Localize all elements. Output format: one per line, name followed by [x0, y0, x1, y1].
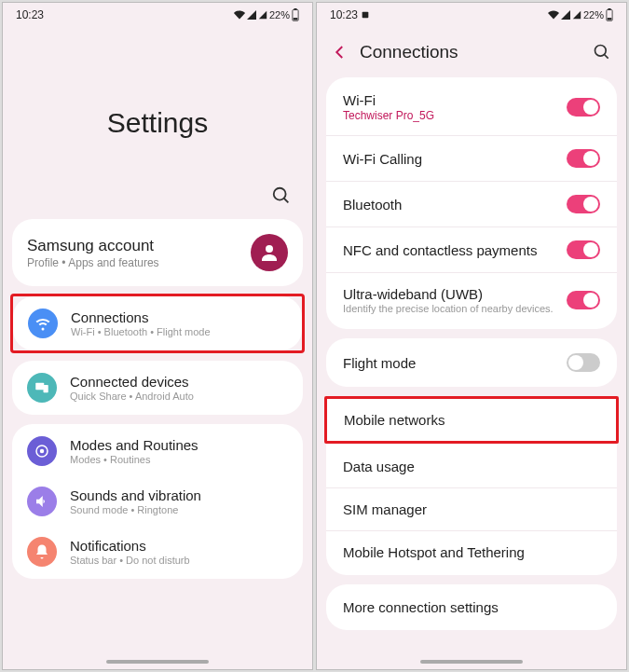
status-bar: 10:23 22% [3, 3, 312, 25]
devices-icon [27, 373, 57, 403]
uwb-sub: Identify the precise location of nearby … [343, 303, 554, 314]
bluetooth-toggle[interactable] [567, 195, 600, 213]
connections-screen: 10:23 22% Connections Wi-Fi Techwiser Pr… [316, 2, 627, 670]
header-title: Connections [360, 42, 581, 62]
uwb-title: Ultra-wideband (UWB) [343, 286, 554, 302]
svg-rect-2 [294, 18, 298, 20]
nfc-toggle[interactable] [567, 240, 600, 259]
flight-toggle[interactable] [567, 353, 600, 372]
account-title: Samsung account [27, 237, 159, 255]
mobile-networks-highlight: Mobile networks [324, 396, 619, 444]
search-icon[interactable] [271, 185, 292, 206]
connected-title: Connected devices [70, 374, 194, 390]
hotspot-title: Mobile Hotspot and Tethering [343, 544, 525, 560]
battery-text: 22% [583, 9, 604, 21]
connections-row[interactable]: Connections Wi-Fi • Bluetooth • Flight m… [13, 298, 302, 349]
flight-title: Flight mode [343, 355, 416, 371]
signal-icons [234, 9, 267, 21]
svg-rect-1 [294, 8, 296, 10]
sim-title: SIM manager [343, 501, 427, 517]
wifi-calling-title: Wi-Fi Calling [343, 151, 422, 167]
more-settings-row[interactable]: More connection settings [326, 586, 617, 628]
uwb-toggle[interactable] [567, 291, 600, 309]
svg-line-15 [605, 55, 608, 59]
svg-point-5 [266, 245, 273, 253]
wifi-calling-toggle[interactable] [567, 149, 600, 168]
nfc-row[interactable]: NFC and contactless payments [326, 226, 617, 272]
hotspot-row[interactable]: Mobile Hotspot and Tethering [326, 530, 617, 573]
back-icon[interactable] [332, 44, 349, 61]
connections-highlight: Connections Wi-Fi • Bluetooth • Flight m… [10, 294, 305, 353]
data-title: Data usage [343, 459, 415, 474]
notif-title: Notifications [70, 538, 190, 554]
wifi-toggle[interactable] [567, 98, 600, 117]
notifications-icon [27, 537, 57, 567]
connected-sub: Quick Share • Android Auto [70, 391, 194, 402]
svg-rect-7 [44, 385, 48, 392]
notifications-row[interactable]: Notifications Status bar • Do not distur… [12, 527, 303, 577]
data-usage-row[interactable]: Data usage [326, 446, 617, 487]
settings-screen: 10:23 22% Settings Samsung account Profi… [2, 2, 313, 670]
avatar-icon[interactable] [251, 234, 288, 271]
mobile-networks-row[interactable]: Mobile networks [327, 399, 616, 441]
modes-title: Modes and Routines [70, 437, 198, 453]
nfc-title: NFC and contactless payments [343, 242, 537, 258]
svg-point-9 [40, 449, 45, 454]
battery-text: 22% [269, 9, 290, 21]
home-indicator[interactable] [420, 660, 523, 664]
status-right: 22% [548, 8, 613, 21]
flight-mode-row[interactable]: Flight mode [326, 340, 617, 385]
svg-point-3 [274, 188, 286, 200]
search-icon[interactable] [593, 43, 611, 62]
sim-manager-row[interactable]: SIM manager [326, 487, 617, 530]
account-card[interactable]: Samsung account Profile • Apps and featu… [12, 219, 303, 286]
svg-rect-10 [362, 12, 369, 19]
svg-point-14 [595, 46, 607, 57]
wifi-calling-row[interactable]: Wi-Fi Calling [326, 135, 617, 181]
modes-row[interactable]: Modes and Routines Modes • Routines [12, 426, 303, 476]
home-indicator[interactable] [106, 660, 209, 664]
svg-line-4 [284, 199, 289, 203]
connections-title: Connections [71, 309, 211, 325]
connected-devices-row[interactable]: Connected devices Quick Share • Android … [12, 363, 303, 413]
status-right: 22% [234, 8, 299, 21]
modes-sub: Modes • Routines [70, 454, 198, 465]
status-time: 10:23 [16, 8, 44, 21]
svg-rect-13 [608, 18, 612, 20]
status-bar: 10:23 22% [317, 3, 626, 25]
battery-icon [606, 8, 613, 21]
account-sub: Profile • Apps and features [27, 256, 159, 269]
svg-rect-6 [35, 383, 44, 391]
header: Connections [317, 25, 626, 77]
more-title: More connection settings [343, 599, 499, 615]
sounds-row[interactable]: Sounds and vibration Sound mode • Ringto… [12, 476, 303, 527]
media-icon [361, 10, 370, 20]
page-title: Settings [3, 25, 312, 185]
bluetooth-row[interactable]: Bluetooth [326, 181, 617, 226]
battery-icon [292, 8, 299, 21]
sounds-sub: Sound mode • Ringtone [70, 504, 201, 515]
signal-icons [548, 9, 581, 21]
uwb-row[interactable]: Ultra-wideband (UWB) Identify the precis… [326, 272, 617, 327]
mobile-title: Mobile networks [344, 412, 444, 428]
wifi-icon [28, 309, 58, 338]
connections-sub: Wi-Fi • Bluetooth • Flight mode [71, 326, 211, 337]
modes-icon [27, 436, 57, 466]
sounds-icon [27, 487, 57, 516]
wifi-row[interactable]: Wi-Fi Techwiser Pro_5G [326, 79, 617, 135]
wifi-sub: Techwiser Pro_5G [343, 109, 434, 122]
sounds-title: Sounds and vibration [70, 487, 201, 503]
svg-rect-12 [608, 8, 610, 10]
bluetooth-title: Bluetooth [343, 197, 402, 213]
wifi-title: Wi-Fi [343, 92, 434, 108]
notif-sub: Status bar • Do not disturb [70, 555, 190, 566]
status-time: 10:23 [330, 8, 370, 21]
